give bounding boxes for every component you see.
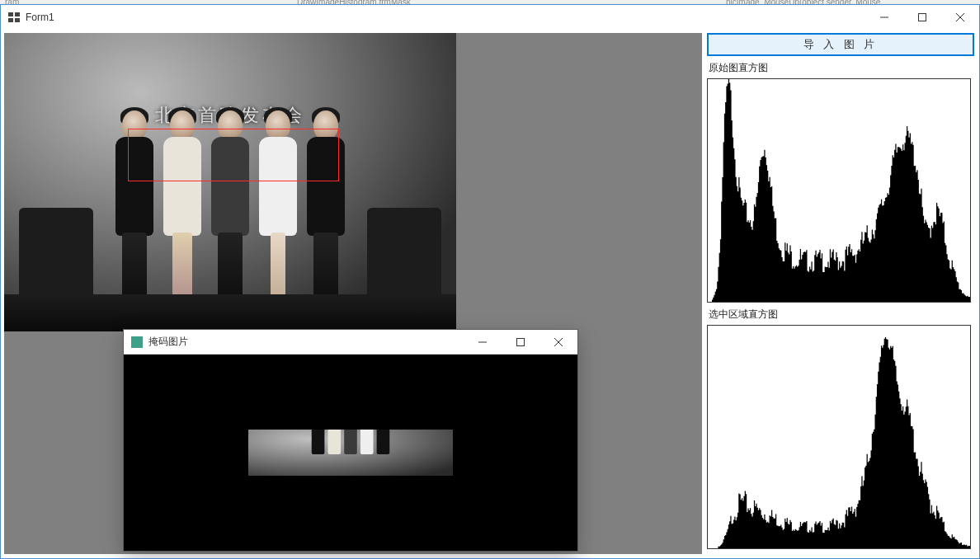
svg-rect-3 (15, 18, 20, 22)
svg-rect-7 (517, 339, 525, 346)
client-area: 北京首映发布会 导 入 图 片 原始图直方图 (1, 30, 979, 558)
photo-chair-left (19, 208, 93, 307)
minimize-button[interactable] (865, 5, 903, 30)
svg-rect-1 (15, 12, 20, 16)
histogram-selection-block: 选中区域直方图 (707, 306, 974, 549)
histogram-original-label: 原始图直方图 (707, 59, 974, 78)
main-window: Form1 北京首映发布会 (0, 4, 980, 559)
photo-chair-right (367, 208, 441, 307)
histogram-original-block: 原始图直方图 (707, 59, 974, 303)
app-icon (7, 11, 21, 24)
source-image[interactable]: 北京首映发布会 (4, 33, 456, 331)
photo-people-group (112, 110, 348, 308)
import-image-button[interactable]: 导 入 图 片 (707, 33, 974, 56)
side-panel: 导 入 图 片 原始图直方图 选中区域直方图 (707, 33, 974, 554)
mask-titlebar[interactable]: 掩码图片 (124, 330, 577, 355)
svg-rect-0 (8, 12, 13, 16)
mask-close-button[interactable] (539, 330, 577, 355)
mask-window[interactable]: 掩码图片 (123, 329, 578, 552)
main-window-controls (865, 5, 979, 30)
svg-rect-6 (133, 338, 141, 346)
svg-rect-2 (8, 18, 13, 22)
mask-strip-image (248, 430, 453, 476)
photo-stage-floor (4, 294, 456, 331)
mask-window-controls (464, 330, 577, 355)
histogram-original-canvas (707, 78, 971, 303)
main-window-title: Form1 (26, 12, 54, 23)
close-button[interactable] (941, 5, 979, 30)
mask-maximize-button[interactable] (502, 330, 539, 355)
mask-app-icon (130, 336, 144, 349)
mask-minimize-button[interactable] (464, 330, 502, 355)
maximize-button[interactable] (903, 5, 941, 30)
histogram-selection-label: 选中区域直方图 (707, 306, 974, 325)
svg-rect-4 (919, 14, 926, 21)
mask-window-title: 掩码图片 (148, 335, 188, 349)
main-titlebar[interactable]: Form1 (1, 5, 979, 30)
histogram-selection-canvas (707, 325, 971, 549)
import-image-button-label: 导 入 图 片 (803, 37, 879, 52)
mask-image-area (124, 355, 577, 551)
